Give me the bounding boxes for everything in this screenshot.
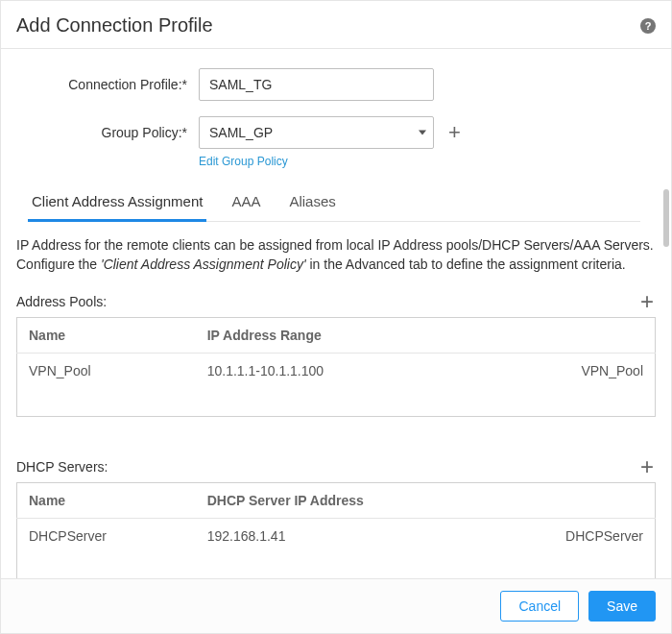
save-button[interactable]: Save [588,591,656,622]
cancel-button[interactable]: Cancel [500,591,579,622]
table-gap [17,553,656,578]
table-gap [17,388,656,417]
add-dhcp-server-icon[interactable]: + [638,455,656,478]
table-row[interactable]: DHCPServer 192.168.1.41 DHCPServer [17,519,656,554]
connection-profile-input[interactable] [199,68,434,101]
form-area: Connection Profile:* Group Policy:* SAML… [1,49,671,222]
group-policy-value: SAML_GP [199,116,434,149]
table-header-row: Name DHCP Server IP Address [17,483,656,519]
label-connection-profile: Connection Profile:* [16,77,199,92]
row-group-policy: Group Policy:* SAML_GP + [16,116,656,149]
tab-aaa[interactable]: AAA [231,185,260,221]
col-ip: DHCP Server IP Address [196,483,528,519]
table-header-row: Name IP Address Range [17,317,656,353]
description-text: IP Address for the remote clients can be… [16,235,656,275]
col-spacer [527,483,655,519]
desc-part: in the Advanced tab to define the assign… [306,256,626,272]
dialog-body: Connection Profile:* Group Policy:* SAML… [1,49,671,578]
add-group-policy-icon[interactable]: + [448,122,461,143]
tab-aliases[interactable]: Aliases [289,185,335,221]
table-row[interactable]: VPN_Pool 10.1.1.1-10.1.1.100 VPN_Pool [17,353,656,388]
col-name: Name [17,483,196,519]
section-title-dhcp: DHCP Servers: [16,459,638,475]
tabs: Client Address Assignment AAA Aliases [32,185,640,222]
section-title-address-pools: Address Pools: [16,294,638,309]
cell-right: VPN_Pool [527,353,655,388]
row-connection-profile: Connection Profile:* [16,68,656,101]
cell-ip: 192.168.1.41 [196,519,528,554]
col-name: Name [17,317,196,353]
required-star: * [182,125,187,140]
label-text: Connection Profile: [68,77,181,92]
table-address-pools: Name IP Address Range VPN_Pool 10.1.1.1-… [16,317,656,418]
dialog-add-connection-profile: Add Connection Profile ? Connection Prof… [0,0,672,634]
section-dhcp-servers: DHCP Servers: + Name DHCP Server IP Addr… [16,455,656,578]
dialog-title: Add Connection Profile [16,14,640,37]
tab-content-scroll[interactable]: IP Address for the remote clients can be… [1,222,671,578]
scrollbar[interactable] [662,189,670,564]
group-policy-select[interactable]: SAML_GP [199,116,434,149]
table-dhcp-servers: Name DHCP Server IP Address DHCPServer 1… [16,482,656,578]
desc-emph: 'Client Address Assignment Policy' [101,256,306,272]
required-star: * [182,77,187,92]
row-edit-gp-link: Edit Group Policy [16,153,656,168]
label-text: Group Policy: [102,125,182,140]
chevron-down-icon [419,131,426,135]
tab-client-address-assignment[interactable]: Client Address Assignment [32,185,203,221]
col-range: IP Address Range [196,317,528,353]
dialog-footer: Cancel Save [1,578,671,633]
label-group-policy: Group Policy:* [16,125,199,140]
col-spacer [527,317,655,353]
section-head: DHCP Servers: + [16,455,656,478]
section-head: Address Pools: + [16,290,656,313]
scrollbar-thumb[interactable] [663,189,669,247]
titlebar: Add Connection Profile ? [1,1,671,49]
cell-name: DHCPServer [17,519,196,554]
cell-name: VPN_Pool [17,353,196,388]
cell-range: 10.1.1.1-10.1.1.100 [196,353,528,388]
add-address-pool-icon[interactable]: + [638,290,656,313]
cell-right: DHCPServer [527,519,655,554]
section-address-pools: Address Pools: + Name IP Address Range V… [16,290,656,418]
help-icon[interactable]: ? [640,18,656,34]
edit-group-policy-link[interactable]: Edit Group Policy [199,155,288,168]
scrollbar-track [662,189,670,564]
